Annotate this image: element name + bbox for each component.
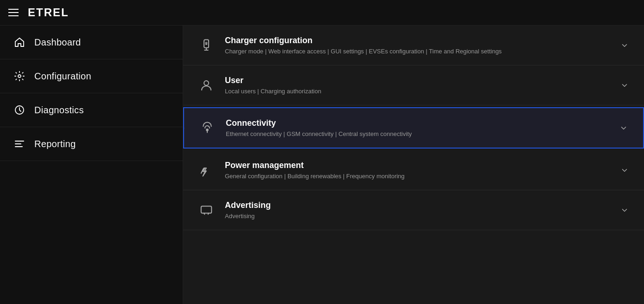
connectivity-title: Connectivity [226, 118, 609, 128]
user-title: User [225, 76, 610, 85]
home-icon [13, 36, 26, 49]
menu-icon[interactable] [8, 9, 19, 16]
svg-point-6 [204, 81, 209, 85]
svg-rect-8 [201, 206, 212, 213]
diagnostics-icon [13, 103, 26, 116]
content-area: Charger configuration Charger mode | Web… [183, 26, 644, 304]
advertising-text: Advertising Advertising [225, 201, 610, 220]
header: ETREL [0, 0, 644, 26]
connectivity-subtitle: Ethernet connectivity | GSM connectivity… [226, 130, 609, 137]
user-subtitle: Local users | Charging authorization [225, 88, 610, 95]
chevron-down-icon [620, 206, 629, 215]
connectivity-icon [199, 120, 216, 136]
user-text: User Local users | Charging authorizatio… [225, 76, 610, 95]
charger-configuration-text: Charger configuration Charger mode | Web… [225, 36, 610, 55]
main-layout: Dashboard Configuration Diagnostics Repo… [0, 26, 644, 304]
advertising-subtitle: Advertising [225, 213, 610, 220]
svg-rect-5 [204, 39, 209, 48]
charger-icon [198, 37, 215, 54]
gear-icon [13, 70, 26, 83]
sidebar-dashboard-label: Dashboard [34, 37, 81, 48]
user-icon [198, 77, 215, 94]
power-management-title: Power management [225, 161, 610, 170]
sidebar-configuration-label: Configuration [34, 71, 91, 82]
reporting-icon [13, 137, 26, 150]
advertising-icon [198, 202, 215, 219]
svg-point-0 [18, 75, 21, 78]
chevron-down-icon [620, 41, 629, 50]
connectivity-text: Connectivity Ethernet connectivity | GSM… [226, 118, 609, 137]
content-item-advertising[interactable]: Advertising Advertising [183, 190, 644, 230]
arrow-head [183, 122, 185, 135]
chevron-down-icon [619, 123, 628, 133]
sidebar-diagnostics-label: Diagnostics [34, 105, 84, 116]
power-management-subtitle: General configuration | Building renewab… [225, 173, 610, 180]
sidebar-item-dashboard[interactable]: Dashboard [0, 26, 183, 59]
logo: ETREL [28, 6, 69, 19]
content-item-connectivity[interactable]: Connectivity Ethernet connectivity | GSM… [183, 107, 644, 149]
content-item-charger-configuration[interactable]: Charger configuration Charger mode | Web… [183, 26, 644, 65]
charger-configuration-title: Charger configuration [225, 36, 610, 45]
chevron-down-icon [620, 81, 629, 90]
sidebar-item-diagnostics[interactable]: Diagnostics [0, 93, 183, 127]
sidebar-reporting-label: Reporting [34, 139, 76, 149]
advertising-title: Advertising [225, 201, 610, 210]
content-item-user[interactable]: User Local users | Charging authorizatio… [183, 65, 644, 105]
sidebar-item-reporting[interactable]: Reporting [0, 127, 183, 161]
arrow-indicator [183, 122, 185, 135]
power-management-text: Power management General configuration |… [225, 161, 610, 180]
chevron-down-icon [620, 166, 629, 175]
charger-configuration-subtitle: Charger mode | Web interface access | GU… [225, 48, 610, 55]
sidebar: Dashboard Configuration Diagnostics Repo… [0, 26, 183, 304]
content-item-power-management[interactable]: Power management General configuration |… [183, 150, 644, 190]
sidebar-item-configuration[interactable]: Configuration [0, 59, 183, 93]
power-icon [198, 162, 215, 179]
